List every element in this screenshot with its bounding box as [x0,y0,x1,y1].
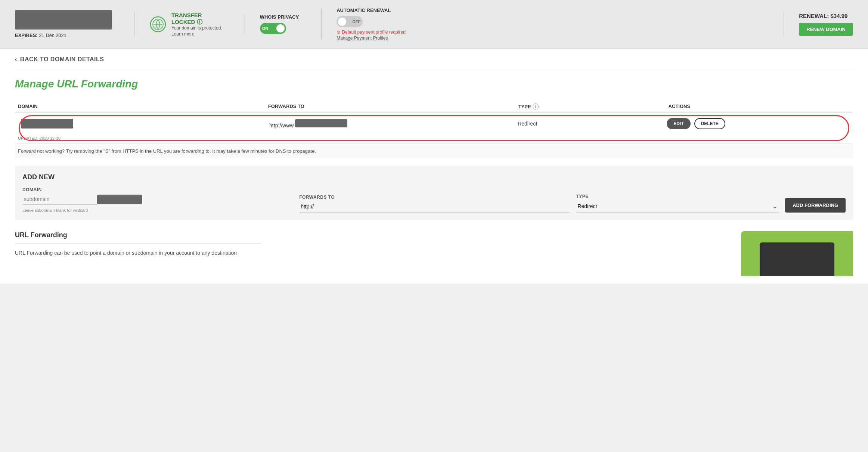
renew-domain-button[interactable]: RENEW DOMAIN [799,23,853,36]
header-domain: DOMAIN [15,103,265,109]
expires-date: 21 Dec 2021 [39,32,66,38]
auto-renewal-toggle[interactable]: OFF [337,16,363,27]
forwards-url-prefix: http://www. [269,123,295,129]
back-label: BACK TO DOMAIN DETAILS [20,56,104,63]
header-bar: EXPIRES: 21 Dec 2021 TRANSFER LOCKED ⓘ Y… [0,0,868,49]
auto-renewal-label: AUTOMATIC RENEWAL [337,7,406,13]
payment-warning: ⊘ Default payment profile required [337,30,406,35]
add-new-title: ADD NEW [22,173,846,181]
whois-toggle[interactable]: ON [260,23,286,34]
whois-toggle-label: ON [262,26,269,31]
forwards-to-input[interactable] [299,201,570,213]
add-forwarding-button[interactable]: ADD FORWARDING [785,198,846,213]
header-type: TYPE i [515,103,666,109]
domain-suffix-placeholder [97,195,142,204]
auto-renewal-toggle-container: OFF [337,16,406,27]
transfer-desc: Your domain is protected. [171,25,222,31]
transfer-lock-icon [150,16,166,32]
back-link[interactable]: ‹ BACK TO DOMAIN DETAILS [15,56,853,63]
transfer-title: TRANSFER LOCKED ⓘ [171,12,222,25]
transfer-line2: LOCKED ⓘ [171,19,222,25]
table-row-wrapper: http://www. Redirect EDIT DELETE UPDATED… [15,113,853,143]
header-forwards-to: FORWARDS TO [265,103,515,109]
warning-icon: ⊘ [337,30,340,35]
expires-text: EXPIRES: 21 Dec 2021 [15,32,112,38]
renewal-block: RENEWAL: $34.99 RENEW DOMAIN [784,13,853,36]
warning-text-content: Forward not working? Try removing the "S… [18,148,316,154]
actions-cell: EDIT DELETE [664,118,850,129]
domain-inputs [22,194,293,205]
updated-text: UPDATED: 2020-12-30 [15,134,853,143]
whois-label: WHOIS PRIVACY [260,14,299,20]
forwards-url-placeholder [295,119,347,127]
divider [15,69,853,69]
transfer-line1: TRANSFER [171,12,222,19]
type-select[interactable]: Redirect Forward Masked [577,203,772,209]
whois-toggle-container: ON [260,23,299,34]
domain-cell [18,119,266,129]
url-forwarding-description: URL Forwarding can be used to point a do… [15,250,261,256]
learn-more-link[interactable]: Learn more [171,31,194,37]
toggle-knob [276,24,285,32]
forwards-to-cell: http://www. [266,119,515,129]
add-new-form: DOMAIN Leave subdomain blank for wildcar… [22,187,846,213]
expires-label: EXPIRES: [15,32,38,38]
transfer-block: TRANSFER LOCKED ⓘ Your domain is protect… [134,12,222,37]
domain-form-group: DOMAIN Leave subdomain blank for wildcar… [22,187,293,213]
edit-button[interactable]: EDIT [667,118,690,129]
table-header: DOMAIN FORWARDS TO TYPE i ACTIONS [15,100,853,113]
domain-value-placeholder [21,119,73,129]
url-forwarding-section-title: URL Forwarding [15,231,261,239]
type-cell: Redirect [515,121,664,127]
type-form-label: TYPE [576,194,779,199]
main-content: ‹ BACK TO DOMAIN DETAILS Manage URL Forw… [0,49,868,284]
domain-name-placeholder [15,10,112,30]
toggle-knob-off [338,18,346,26]
domain-form-label: DOMAIN [22,187,293,192]
auto-renewal-block: AUTOMATIC RENEWAL OFF ⊘ Default payment … [321,7,406,41]
whois-block: WHOIS PRIVACY ON [245,14,299,34]
laptop-illustration [760,242,834,276]
type-select-wrapper: Redirect Forward Masked ⌄ [576,201,779,213]
chevron-down-icon: ⌄ [772,202,778,210]
header-type-label: TYPE [518,104,531,109]
type-info-icon[interactable]: i [533,103,539,109]
delete-button[interactable]: DELETE [694,118,725,129]
header-actions: ACTIONS [666,103,853,109]
manage-payment-link[interactable]: Manage Payment Profiles [337,35,388,41]
transfer-text: TRANSFER LOCKED ⓘ Your domain is protect… [171,12,222,37]
subdomain-input[interactable] [22,194,97,205]
forwards-to-form-label: FORWARDS TO [299,195,570,200]
forwards-to-form-group: FORWARDS TO [299,195,570,213]
subdomain-hint: Leave subdomain blank for wildcard [22,208,293,213]
domain-block: EXPIRES: 21 Dec 2021 [15,10,112,38]
auto-renewal-toggle-label: OFF [352,19,360,24]
add-new-section: ADD NEW DOMAIN Leave subdomain blank for… [15,166,853,220]
url-forwarding-info-section: URL Forwarding URL Forwarding can be use… [15,231,853,276]
back-chevron-icon: ‹ [15,56,17,63]
warning-message: Forward not working? Try removing the "S… [15,143,853,158]
warning-text: Default payment profile required [342,30,406,35]
url-forwarding-table: DOMAIN FORWARDS TO TYPE i ACTIONS http:/… [15,100,853,158]
table-row: http://www. Redirect EDIT DELETE [15,113,853,134]
page-title: Manage URL Forwarding [15,78,853,90]
type-form-group: TYPE Redirect Forward Masked ⌄ [576,194,779,213]
section-divider [15,244,261,244]
renewal-price: RENEWAL: $34.99 [799,13,853,19]
